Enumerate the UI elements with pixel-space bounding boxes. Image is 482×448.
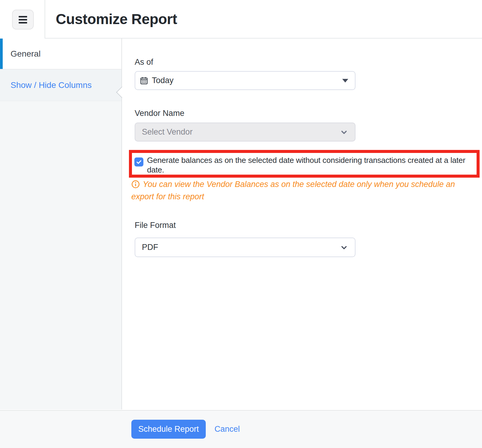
page-title: Customize Report	[56, 11, 177, 27]
note-text: You can view the Vendor Balances as on t…	[131, 180, 455, 201]
sidebar-item-label: Show / Hide Columns	[11, 80, 92, 90]
cancel-button[interactable]: Cancel	[214, 420, 240, 439]
as-of-label: As of	[135, 58, 153, 67]
generate-balances-checkbox[interactable]	[134, 157, 143, 166]
file-format-value: PDF	[142, 243, 158, 252]
active-tab-indicator	[0, 39, 3, 69]
sidebar-item-label: General	[11, 49, 41, 59]
as-of-value: Today	[152, 76, 174, 85]
menu-button[interactable]	[12, 10, 34, 30]
file-format-select[interactable]: PDF	[135, 238, 355, 257]
sidebar: General Show / Hide Columns	[0, 39, 122, 409]
info-icon	[131, 180, 140, 188]
caret-down-icon	[342, 79, 348, 82]
footer-bar: Schedule Report Cancel	[0, 410, 482, 448]
sidebar-item-show-hide-columns[interactable]: Show / Hide Columns	[0, 70, 122, 101]
sidebar-item-general[interactable]: General	[0, 39, 122, 70]
vendor-name-label: Vendor Name	[135, 109, 184, 118]
vendor-select[interactable]: Select Vendor	[135, 123, 355, 142]
chevron-down-icon	[340, 243, 348, 252]
header-left-block	[0, 0, 45, 39]
file-format-label: File Format	[135, 221, 176, 230]
highlight-red-box: Generate balances as on the selected dat…	[129, 150, 480, 178]
vendor-placeholder: Select Vendor	[142, 127, 192, 137]
generate-balances-label[interactable]: Generate balances as on the selected dat…	[147, 153, 477, 175]
calendar-icon	[139, 76, 149, 85]
checkmark-icon	[136, 159, 142, 165]
customize-report-panel: Customize Report General Show / Hide Col…	[0, 0, 482, 448]
schedule-export-note: You can view the Vendor Balances as on t…	[131, 178, 463, 203]
schedule-report-button[interactable]: Schedule Report	[131, 420, 206, 439]
chevron-down-icon	[340, 128, 348, 136]
header: Customize Report	[45, 0, 482, 39]
as-of-select[interactable]: Today	[135, 71, 355, 90]
